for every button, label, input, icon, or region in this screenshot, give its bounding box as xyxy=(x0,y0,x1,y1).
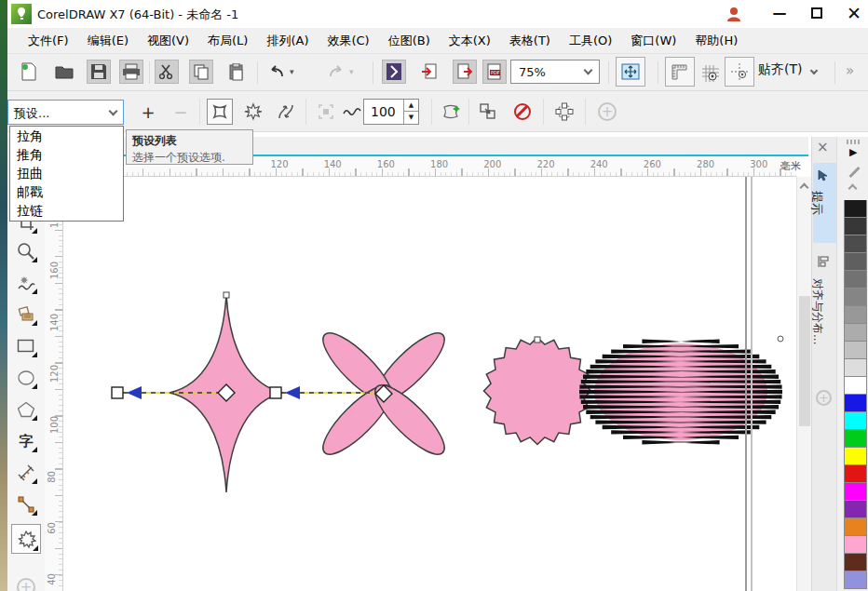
new-document-button[interactable] xyxy=(17,60,41,84)
maximize-button[interactable] xyxy=(801,0,833,26)
palette-swatch[interactable] xyxy=(844,571,867,589)
cut-button[interactable] xyxy=(155,60,179,84)
eyedropper-icon[interactable] xyxy=(848,165,861,178)
user-account-icon[interactable] xyxy=(725,5,743,23)
distort-tool[interactable] xyxy=(11,524,41,554)
connector-tool[interactable] xyxy=(13,491,39,517)
launch-app-button[interactable] xyxy=(382,60,406,84)
preset-dropdown-item[interactable]: 邮戳 xyxy=(10,182,123,201)
palette-swatch[interactable] xyxy=(844,306,867,324)
palette-swatch[interactable] xyxy=(844,324,867,342)
undo-button[interactable] xyxy=(264,60,289,84)
menu-item[interactable]: 排列(A) xyxy=(257,29,318,53)
palette-expand-icon[interactable]: ▶ xyxy=(849,146,857,158)
menu-item[interactable]: 视图(V) xyxy=(138,29,198,53)
delete-preset-button[interactable]: − xyxy=(168,99,194,125)
push-pull-distortion-button[interactable] xyxy=(207,99,233,125)
palette-swatch[interactable] xyxy=(844,483,867,501)
preset-dropdown-item[interactable]: 拉链 xyxy=(10,201,123,220)
import-button[interactable] xyxy=(417,60,441,84)
palette-swatch[interactable] xyxy=(844,518,867,536)
menu-item[interactable]: 编辑(E) xyxy=(78,29,138,53)
print-button[interactable] xyxy=(119,60,143,84)
palette-swatch[interactable] xyxy=(844,554,867,571)
new-distortion-button[interactable] xyxy=(439,99,465,125)
preset-dropdown-item[interactable]: 拉角 xyxy=(10,127,123,145)
save-button[interactable] xyxy=(87,60,111,84)
zipper-distortion-button[interactable] xyxy=(240,99,266,125)
view-rulers-button[interactable] xyxy=(665,57,695,87)
close-button[interactable]: ✕ xyxy=(838,0,868,26)
zoom-tool[interactable] xyxy=(13,238,39,264)
open-folder-button[interactable] xyxy=(52,60,76,84)
menu-item[interactable]: 文本(X) xyxy=(440,29,500,53)
palette-swatch[interactable] xyxy=(844,448,867,465)
palette-swatch[interactable] xyxy=(844,200,867,218)
view-guidelines-button[interactable] xyxy=(725,57,754,87)
add-preset-button[interactable]: + xyxy=(135,99,161,125)
palette-swatch[interactable] xyxy=(844,465,867,483)
snap-to-menu-button[interactable]: 贴齐(T) xyxy=(758,61,817,78)
zoom-level-combobox[interactable]: 75% xyxy=(510,60,600,84)
menu-item[interactable]: 工具(O) xyxy=(560,29,621,53)
menu-item[interactable]: 位图(B) xyxy=(379,29,440,53)
spin-up-icon[interactable]: ▲ xyxy=(404,100,418,112)
palette-swatch[interactable] xyxy=(844,501,867,518)
palette-grip-handle[interactable] xyxy=(847,140,861,144)
copy-button[interactable] xyxy=(189,60,213,84)
export-button[interactable] xyxy=(453,60,477,84)
palette-swatch[interactable] xyxy=(844,253,867,271)
docker-close-button[interactable]: × xyxy=(817,139,829,155)
docker-tab-align-distribute[interactable]: 对齐与分布... xyxy=(813,248,836,388)
palette-swatch[interactable] xyxy=(844,218,867,235)
palette-swatch[interactable] xyxy=(844,536,867,554)
freehand-tool[interactable] xyxy=(13,270,39,296)
menu-item[interactable]: 窗口(W) xyxy=(621,29,685,53)
palette-swatch[interactable] xyxy=(844,271,867,289)
ellipse-tool[interactable] xyxy=(13,365,39,391)
view-grid-button[interactable] xyxy=(698,61,723,86)
polygon-tool[interactable] xyxy=(13,396,39,423)
copy-distortion-button[interactable] xyxy=(475,99,501,125)
preset-list-combobox[interactable]: 预设... xyxy=(7,100,124,125)
palette-swatch[interactable] xyxy=(844,235,867,253)
artistic-media-tool[interactable] xyxy=(13,302,39,328)
toolbar-overflow-button[interactable]: » xyxy=(846,62,853,79)
docker-quick-customize-button[interactable]: + xyxy=(816,390,832,406)
redo-button[interactable] xyxy=(324,60,348,84)
publish-pdf-button[interactable]: PDF xyxy=(482,60,507,84)
text-tool[interactable]: 字 xyxy=(13,428,39,454)
convert-to-curves-button[interactable] xyxy=(551,99,577,125)
drawing-canvas[interactable] xyxy=(63,177,796,591)
docker-tab-hints[interactable]: 提示 xyxy=(813,163,836,243)
menu-item[interactable]: 效果(C) xyxy=(318,29,378,53)
quick-customize-propbar-button[interactable]: + xyxy=(594,99,620,125)
center-distortion-button[interactable] xyxy=(313,99,339,125)
menu-item[interactable]: 布局(L) xyxy=(198,29,257,53)
palette-swatch[interactable] xyxy=(844,395,867,412)
menu-item[interactable]: 帮助(H) xyxy=(685,29,747,53)
amplitude-spinbox[interactable]: 100 ▲ ▼ xyxy=(363,99,419,125)
redo-dropdown-arrow[interactable]: ▾ xyxy=(349,67,354,76)
palette-scroll-up-icon[interactable] xyxy=(848,184,858,194)
palette-swatch[interactable] xyxy=(844,342,867,359)
rectangle-tool[interactable] xyxy=(13,333,39,359)
palette-swatch[interactable] xyxy=(844,359,867,377)
palette-swatch[interactable] xyxy=(844,430,867,448)
scroll-up-icon[interactable] xyxy=(800,183,809,193)
paste-button[interactable] xyxy=(224,60,249,84)
preset-dropdown-item[interactable]: 扭曲 xyxy=(10,164,123,182)
preset-dropdown-item[interactable]: 推角 xyxy=(10,145,123,164)
menu-item[interactable]: 表格(T) xyxy=(500,29,560,53)
spin-down-icon[interactable]: ▼ xyxy=(404,112,418,124)
palette-swatch[interactable] xyxy=(844,377,867,395)
toolbox-quick-customize-button[interactable]: + xyxy=(13,574,39,591)
vertical-scrollbar[interactable] xyxy=(796,177,811,591)
palette-swatch[interactable] xyxy=(844,412,867,430)
parallel-dimension-tool[interactable] xyxy=(13,460,39,486)
menu-item[interactable]: 文件(F) xyxy=(19,29,78,53)
twister-distortion-button[interactable] xyxy=(273,99,299,125)
palette-swatch[interactable] xyxy=(844,289,867,306)
clear-distortion-button[interactable] xyxy=(509,99,536,125)
minimize-button[interactable]: — xyxy=(764,0,795,26)
